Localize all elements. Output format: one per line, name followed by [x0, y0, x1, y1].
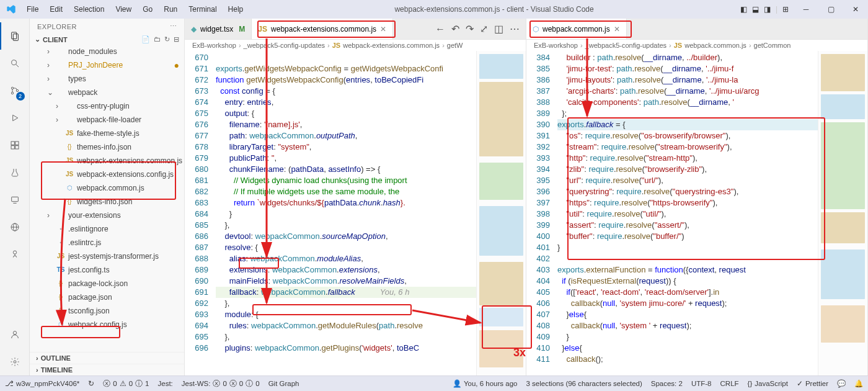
go-back-icon[interactable]: ←: [435, 24, 445, 35]
prettier-status[interactable]: ✓ Prettier: [797, 379, 828, 388]
extensions-icon[interactable]: [0, 132, 30, 159]
jest-ws-status[interactable]: Jest-WS: ⓧ 0 ⓧ 0 ⓘ 0: [182, 379, 260, 389]
timeline-section[interactable]: ›TIMELINE: [30, 364, 184, 375]
explorer-icon[interactable]: [0, 22, 30, 50]
menu-view[interactable]: View: [110, 2, 136, 16]
settings-icon[interactable]: [0, 348, 30, 375]
close-button[interactable]: ✕: [843, 1, 868, 17]
tree-item[interactable]: {}themes-info.json: [30, 140, 184, 154]
tree-item[interactable]: ⌄webpack: [30, 86, 184, 99]
code-editor-right[interactable]: 3843853863873883893903913923933943953963…: [526, 51, 867, 375]
outline-section[interactable]: ›OUTLINE: [30, 352, 184, 364]
breadcrumb-segment[interactable]: _webpack5-config-updates: [244, 42, 325, 49]
breadcrumb-segment[interactable]: getCommon: [754, 42, 791, 49]
code-editor-left[interactable]: 6706716726736746756766776786796806816826…: [185, 51, 526, 375]
tab[interactable]: ◆widget.tsxM: [185, 19, 252, 39]
feedback-icon[interactable]: 💬: [837, 379, 846, 388]
account-icon[interactable]: [0, 321, 30, 348]
jest-status[interactable]: Jest:: [158, 380, 173, 387]
blame-info[interactable]: 👤 You, 6 hours ago: [453, 379, 518, 388]
tab[interactable]: ⬡webpack.common.js✕: [526, 19, 627, 39]
tree-item[interactable]: {}widgets-info.json: [30, 195, 184, 209]
annotation-3x-label: 3x: [513, 346, 526, 359]
tree-item[interactable]: ⬡webpack.common.js: [30, 181, 184, 195]
tree-item[interactable]: JSjest-systemjs-transformer.js: [30, 249, 184, 263]
explorer-title: EXPLORER: [37, 23, 77, 30]
tree-item[interactable]: ›PRJ_JohnDeere●: [30, 58, 184, 72]
file-tree: ›node_modules›PRJ_JohnDeere●›types⌄webpa…: [30, 45, 184, 352]
tree-item[interactable]: ◦.eslintrc.js: [30, 236, 184, 249]
layout-grid-icon[interactable]: ⊞: [782, 5, 789, 14]
new-folder-icon[interactable]: 🗀: [154, 35, 161, 43]
more-icon[interactable]: ⋯: [510, 23, 520, 35]
remote-icon[interactable]: [0, 186, 30, 213]
tree-item[interactable]: ◦.eslintignore: [30, 222, 184, 236]
language-mode[interactable]: {} JavaScript: [748, 380, 788, 387]
tree-item[interactable]: ›types: [30, 72, 184, 86]
tree-item[interactable]: ›your-extensions: [30, 209, 184, 222]
minimize-button[interactable]: ─: [794, 1, 818, 17]
tree-item[interactable]: ⬡webpack.config.js: [30, 318, 184, 331]
menu-help[interactable]: Help: [223, 2, 249, 16]
refresh-icon[interactable]: ↻: [164, 35, 170, 43]
tree-item[interactable]: ›node_modules: [30, 45, 184, 58]
git-graph-button[interactable]: Git Graph: [268, 380, 299, 387]
workspace-root[interactable]: ⌄CLIENT 📄 🗀 ↻ ⊟: [30, 34, 184, 45]
more-icon[interactable]: ⋯: [170, 22, 177, 30]
minimap-right[interactable]: [818, 51, 867, 375]
jest-c0: 0: [223, 380, 226, 387]
new-file-icon[interactable]: 📄: [141, 35, 150, 43]
indentation[interactable]: Spaces: 2: [651, 380, 683, 387]
breadcrumb-segment[interactable]: _webpack5-config-updates: [585, 42, 666, 49]
menu-go[interactable]: Go: [138, 2, 157, 16]
selection-info[interactable]: 3 selections (96 characters selected): [526, 380, 642, 387]
close-tab-icon[interactable]: ✕: [614, 25, 620, 34]
breadcrumb-segment[interactable]: ExB-workshop: [192, 42, 236, 49]
tree-item[interactable]: ›webpack-file-loader: [30, 113, 184, 127]
problems-indicator[interactable]: ⓧ 0 ⚠ 0 ⓘ 1: [103, 379, 149, 389]
tree-icon[interactable]: [0, 241, 30, 268]
bell-icon[interactable]: 🔔: [854, 379, 863, 388]
globe-icon[interactable]: [0, 213, 30, 241]
panel-right-icon[interactable]: ◨: [764, 5, 771, 14]
run-debug-icon[interactable]: [0, 104, 30, 132]
panel-bottom-icon[interactable]: ⬓: [752, 5, 759, 14]
breadcrumb-segment[interactable]: webpack.common.js: [684, 42, 746, 49]
tree-item[interactable]: {}package-lock.json: [30, 277, 184, 290]
split-icon[interactable]: ◫: [494, 23, 503, 35]
diff-icon[interactable]: ⤢: [480, 23, 488, 35]
breadcrumb-segment[interactable]: ExB-workshop: [534, 42, 578, 49]
search-icon[interactable]: [0, 50, 30, 77]
minimap-left[interactable]: [476, 51, 526, 375]
breadcrumb-segment[interactable]: getW: [447, 42, 463, 49]
encoding[interactable]: UTF-8: [691, 380, 712, 387]
menu-run[interactable]: Run: [159, 2, 182, 16]
eol[interactable]: CRLF: [720, 380, 739, 387]
tree-item[interactable]: JSwebpack-extensions.common.js: [30, 154, 184, 168]
sync-icon[interactable]: ↻: [88, 379, 94, 388]
breadcrumbs-left[interactable]: ExB-workshop›_webpack5-config-updates›JS…: [185, 40, 526, 51]
svg-point-4: [11, 87, 13, 89]
menu-edit[interactable]: Edit: [45, 2, 68, 16]
tree-item[interactable]: {}package.json: [30, 290, 184, 304]
source-control-icon[interactable]: 2: [0, 77, 30, 104]
breadcrumb-segment[interactable]: webpack-extensions.common.js: [343, 42, 440, 49]
test-icon[interactable]: [0, 159, 30, 186]
tab[interactable]: JSwebpack-extensions.common.js✕: [252, 19, 393, 39]
undo-icon[interactable]: ↶: [451, 23, 459, 35]
menu-file[interactable]: File: [22, 2, 43, 16]
breadcrumbs-right[interactable]: ExB-workshop›_webpack5-config-updates›JS…: [526, 40, 867, 51]
tree-item[interactable]: JSwebpack-extensions.config.js: [30, 168, 184, 181]
tree-item[interactable]: TSjest.config.ts: [30, 263, 184, 277]
tree-item[interactable]: {}tsconfig.json: [30, 304, 184, 318]
tree-item[interactable]: ›css-entry-plugin: [30, 99, 184, 113]
tree-item[interactable]: JSfake-theme-style.js: [30, 127, 184, 140]
redo-icon[interactable]: ↷: [466, 23, 474, 35]
collapse-icon[interactable]: ⊟: [174, 35, 179, 43]
menu-selection[interactable]: Selection: [69, 2, 109, 16]
remote-indicator[interactable]: ⎇ w3w_npmPckV406*: [5, 379, 79, 388]
maximize-button[interactable]: ▢: [818, 1, 843, 17]
panel-left-icon[interactable]: ◧: [740, 5, 747, 14]
menu-terminal[interactable]: Terminal: [184, 2, 221, 16]
close-tab-icon[interactable]: ✕: [380, 25, 386, 34]
